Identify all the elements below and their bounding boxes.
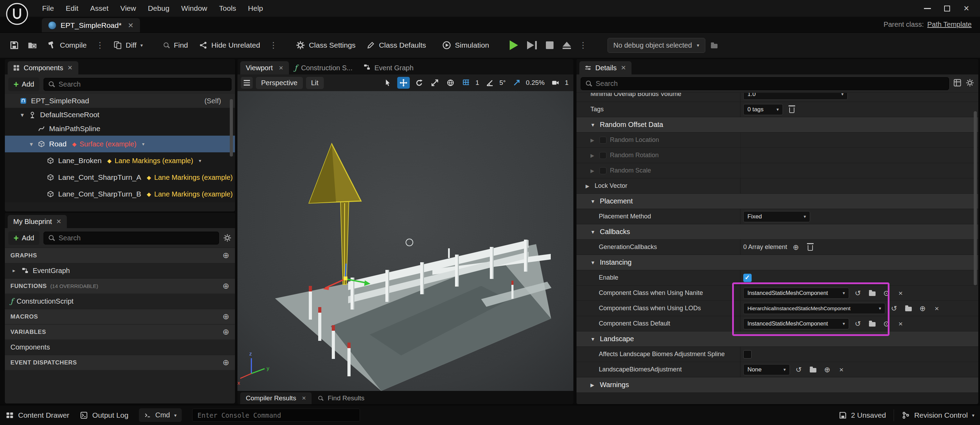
blueprint-item-components[interactable]: Components: [5, 339, 235, 355]
details-search-input[interactable]: [596, 80, 945, 88]
viewport-scene[interactable]: y x z: [237, 91, 573, 391]
tab-event-graph[interactable]: Event Graph: [358, 61, 419, 75]
dropdown-component-class-when-using-nanite[interactable]: InstancedStaticMeshComponent▾: [743, 288, 849, 299]
component-row-road[interactable]: ▼Road◆Surface (example)▾: [5, 136, 235, 152]
dropdown-minimal-overlap-bounds-volume[interactable]: 1.0▾: [743, 92, 848, 100]
close-icon[interactable]: ×: [958, 2, 974, 14]
output-log-button[interactable]: Output Log: [80, 411, 129, 419]
checkbox-enable[interactable]: [743, 274, 752, 282]
rotate-tool-icon[interactable]: [413, 77, 425, 89]
add-icon[interactable]: ⊕: [223, 281, 229, 291]
chevron-down-icon[interactable]: ▼: [590, 260, 595, 265]
play-button[interactable]: [506, 36, 522, 54]
details-row-landscapebiomesadjustment[interactable]: LandscapeBiomesAdjustmentNone▾↺⊕×: [576, 362, 978, 377]
simulation-button[interactable]: Simulation: [438, 37, 494, 54]
asset-tab[interactable]: EPT_SimpleRoad* ✕: [42, 18, 140, 32]
add-blueprint-item-button[interactable]: + Add: [8, 231, 39, 245]
blueprint-item-eventgraph[interactable]: ▸EventGraph: [5, 263, 235, 278]
dropdown-tags[interactable]: 0 tags▾: [743, 104, 783, 115]
menu-item-debug[interactable]: Debug: [142, 2, 175, 15]
details-settings-gear-icon[interactable]: [966, 79, 974, 88]
use-icon[interactable]: ↺: [793, 364, 804, 375]
expander-icon[interactable]: ▼: [18, 112, 27, 118]
compile-options-icon[interactable]: ⋮: [93, 40, 107, 50]
menu-item-help[interactable]: Help: [242, 2, 269, 15]
menu-item-edit[interactable]: Edit: [60, 2, 84, 15]
eject-button[interactable]: [559, 38, 574, 53]
menu-item-file[interactable]: File: [36, 2, 60, 15]
chevron-down-icon[interactable]: ▾: [199, 158, 201, 163]
trash-icon[interactable]: [805, 242, 816, 253]
minimize-icon[interactable]: [920, 2, 935, 14]
details-row-component-class-when-using-lods[interactable]: Component Class when Using LODsHierarchi…: [576, 300, 978, 316]
maximize-icon[interactable]: [939, 2, 955, 14]
category-callbacks[interactable]: ▼Callbacks: [576, 224, 978, 239]
use-icon[interactable]: ↺: [852, 318, 863, 329]
unsaved-button[interactable]: 2 Unsaved: [839, 411, 886, 419]
parent-class-link[interactable]: Path Template: [928, 21, 972, 29]
chevron-right-icon[interactable]: ▶: [590, 382, 595, 388]
grid-snap-value[interactable]: 1: [476, 79, 479, 87]
stop-button[interactable]: [542, 38, 557, 53]
chevron-down-icon[interactable]: ▼: [590, 229, 595, 235]
expander-icon[interactable]: ▼: [27, 141, 36, 147]
details-row-random-location[interactable]: ▶Random Location: [576, 132, 978, 147]
grid-snap-icon[interactable]: [460, 77, 473, 89]
details-row-enable[interactable]: Enable: [576, 270, 978, 285]
section-header-graphs[interactable]: GRAPHS⊕: [5, 247, 235, 263]
scale-snap-icon[interactable]: [511, 77, 523, 89]
plus-icon[interactable]: ⊕: [917, 303, 928, 314]
details-search[interactable]: [581, 77, 949, 90]
my-blueprint-search[interactable]: [43, 232, 219, 244]
dropdown-component-class-when-using-lods[interactable]: HierarchicalInstancedStaticMeshComponent…: [743, 303, 885, 314]
clear-icon[interactable]: ×: [931, 303, 942, 314]
trash-icon[interactable]: [786, 104, 797, 115]
expander-icon[interactable]: ▶: [590, 168, 596, 174]
section-header-macros[interactable]: MACROS⊕: [5, 309, 235, 324]
details-row-random-scale[interactable]: ▶Random Scale: [576, 163, 978, 178]
hide-unrelated-button[interactable]: Hide Unrelated: [195, 37, 264, 53]
category-landscape[interactable]: ▼Landscape: [576, 331, 978, 346]
camera-speed-value[interactable]: 1: [565, 79, 568, 87]
class-defaults-button[interactable]: Class Defaults: [362, 37, 430, 53]
component-badge[interactable]: ◆Lane Markings (example): [147, 174, 233, 182]
plus-icon[interactable]: ⊕: [790, 242, 802, 253]
component-row-clipped[interactable]: [5, 202, 235, 211]
compile-button[interactable]: Compile: [43, 37, 91, 54]
section-header-variables[interactable]: VARIABLES⊕: [5, 324, 235, 339]
unreal-logo-icon[interactable]: [6, 2, 29, 25]
checkbox-random-location[interactable]: [600, 137, 606, 144]
details-scrollbar[interactable]: [974, 111, 977, 285]
add-icon[interactable]: ⊕: [223, 251, 229, 260]
clear-icon[interactable]: ×: [836, 364, 847, 375]
tab-my-blueprint[interactable]: My Blueprint ✕: [8, 215, 67, 228]
details-row-affects-landscape-biomes-adjustment-spline[interactable]: Affects Landscape Biomes Adjustment Spli…: [576, 346, 978, 362]
rotation-snap-value[interactable]: 5°: [499, 79, 506, 87]
use-icon[interactable]: ↺: [852, 288, 863, 299]
menu-item-window[interactable]: Window: [175, 2, 213, 15]
component-row-lane-broken[interactable]: Lane_Broken◆Lane Markings (example)▾: [5, 152, 235, 169]
add-icon[interactable]: ⊕: [223, 327, 229, 337]
details-row-placement-method[interactable]: Placement MethodFixed▾: [576, 209, 978, 224]
details-row-component-class-default[interactable]: Component Class DefaultInstancedStaticMe…: [576, 316, 978, 331]
play-options-icon[interactable]: ⋮: [576, 40, 590, 50]
dropdown-component-class-default[interactable]: InstancedStaticMeshComponent▾: [743, 318, 849, 329]
frame-skip-button[interactable]: [523, 37, 540, 53]
components-scrollbar[interactable]: [230, 99, 233, 157]
category-placement[interactable]: ▼Placement: [576, 193, 978, 209]
expander-icon[interactable]: ▸: [10, 268, 18, 274]
details-row-component-class-when-using-nanite[interactable]: Component Class when Using NaniteInstanc…: [576, 285, 978, 300]
viewport-menu-icon[interactable]: [241, 77, 253, 89]
move-tool-icon[interactable]: [397, 77, 410, 89]
chevron-down-icon[interactable]: ▼: [590, 336, 595, 342]
property-matrix-icon[interactable]: [953, 79, 961, 88]
checkbox-random-rotation[interactable]: [600, 152, 606, 159]
target-icon[interactable]: ⊙: [881, 288, 892, 299]
expander-icon[interactable]: ▶: [590, 153, 596, 158]
close-icon[interactable]: ✕: [277, 65, 283, 71]
component-row-defaultsceneroot[interactable]: ▼DefaultSceneRoot: [5, 108, 235, 122]
tab-construction-s[interactable]: ƒConstruction S...: [289, 61, 358, 75]
diff-button[interactable]: Diff ▾: [109, 37, 147, 53]
debug-object-dropdown[interactable]: No debug object selected ▾: [608, 38, 705, 53]
close-icon[interactable]: ✕: [67, 64, 72, 71]
